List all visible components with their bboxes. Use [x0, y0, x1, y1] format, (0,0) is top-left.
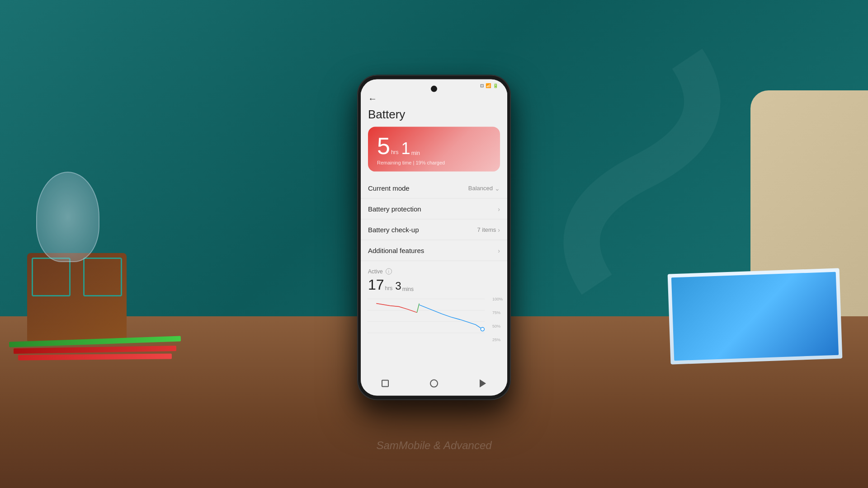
- active-label-row: Active i: [368, 268, 500, 275]
- page-title: Battery: [361, 106, 507, 127]
- battery-mins: 1: [401, 139, 410, 158]
- active-min-label: mins: [402, 286, 414, 292]
- chart-area: 100% 75% 50% 25%: [361, 297, 507, 342]
- wooden-box: [27, 253, 127, 343]
- battery-card: 5 hrs 1 min Remaining time | 19% charged: [368, 127, 500, 172]
- current-mode-label: Current mode: [368, 184, 410, 192]
- chart-label-50: 50%: [492, 324, 503, 328]
- wifi-icon: 📶: [486, 83, 491, 88]
- menu-item-battery-protection[interactable]: Battery protection ›: [361, 199, 507, 220]
- chart-label-25: 25%: [492, 338, 503, 342]
- menu-item-battery-checkup[interactable]: Battery check-up 7 items ›: [361, 220, 507, 240]
- home-button[interactable]: [429, 378, 439, 389]
- battery-checkup-value: 7 items: [477, 226, 496, 233]
- battery-subtitle: Remaining time | 19% charged: [377, 160, 491, 165]
- battery-checkup-chevron: ›: [498, 226, 500, 233]
- watermark: SamMobile & Advanced: [376, 439, 491, 452]
- current-mode-chevron: ⌄: [495, 184, 500, 192]
- camera-status-icon: ⊡: [480, 83, 484, 88]
- status-icons: ⊡ 📶 🔋: [480, 83, 498, 88]
- info-icon[interactable]: i: [386, 268, 392, 275]
- magazine: [668, 268, 843, 364]
- phone-screen: ⊡ 📶 🔋 ← Battery 5 hrs 1: [361, 80, 507, 396]
- battery-protection-label: Battery protection: [368, 205, 421, 213]
- battery-protection-right: ›: [498, 205, 500, 212]
- back-button[interactable]: ←: [368, 94, 377, 103]
- menu-item-additional-features[interactable]: Additional features ›: [361, 240, 507, 261]
- decorative-swirl: [552, 36, 732, 307]
- camera-notch: [431, 86, 437, 92]
- recent-apps-icon: [382, 380, 389, 387]
- battery-chart: [364, 297, 497, 342]
- battery-icon: 🔋: [493, 83, 498, 88]
- active-section: Active i 17 hrs 3 mins: [361, 263, 507, 297]
- active-time-row: 17 hrs 3 mins: [368, 277, 500, 293]
- chart-labels: 100% 75% 50% 25%: [492, 297, 503, 342]
- phone-wrapper: ⊡ 📶 🔋 ← Battery 5 hrs 1: [357, 75, 511, 400]
- glass-lamp: [36, 172, 99, 262]
- phone-body: ⊡ 📶 🔋 ← Battery 5 hrs 1: [357, 75, 511, 400]
- active-mins: 3: [395, 280, 401, 292]
- chart-label-75: 75%: [492, 310, 503, 315]
- pencil-red: [14, 346, 176, 354]
- battery-hours: 5: [377, 134, 390, 158]
- svg-point-4: [481, 328, 484, 331]
- pencil-red2: [18, 354, 172, 361]
- additional-features-right: ›: [498, 247, 500, 254]
- nav-bar: [361, 373, 507, 396]
- current-mode-right: Balanced ⌄: [468, 184, 500, 192]
- pencils: [0, 334, 199, 361]
- battery-checkup-label: Battery check-up: [368, 226, 419, 234]
- current-mode-value: Balanced: [468, 185, 493, 192]
- recent-apps-button[interactable]: [380, 378, 391, 389]
- battery-time-row: 5 hrs 1 min: [377, 134, 491, 158]
- back-nav-button[interactable]: [477, 378, 488, 389]
- top-bar: ←: [361, 90, 507, 106]
- active-label: Active: [368, 268, 383, 275]
- battery-hrs-label: hrs: [391, 149, 399, 155]
- additional-features-label: Additional features: [368, 247, 424, 254]
- chart-label-100: 100%: [492, 297, 503, 301]
- screen-content[interactable]: ← Battery 5 hrs 1 min Remaining time | 1…: [361, 90, 507, 379]
- menu-item-current-mode[interactable]: Current mode Balanced ⌄: [361, 178, 507, 199]
- additional-features-chevron: ›: [498, 247, 500, 254]
- battery-checkup-right: 7 items ›: [477, 226, 500, 233]
- active-hrs-label: hrs: [385, 285, 393, 291]
- battery-min-label: min: [411, 150, 420, 156]
- home-icon: [430, 380, 438, 388]
- active-hours: 17: [368, 277, 384, 293]
- menu-section: Current mode Balanced ⌄ Battery protecti…: [361, 178, 507, 263]
- battery-protection-chevron: ›: [498, 205, 500, 212]
- back-nav-icon: [480, 380, 486, 388]
